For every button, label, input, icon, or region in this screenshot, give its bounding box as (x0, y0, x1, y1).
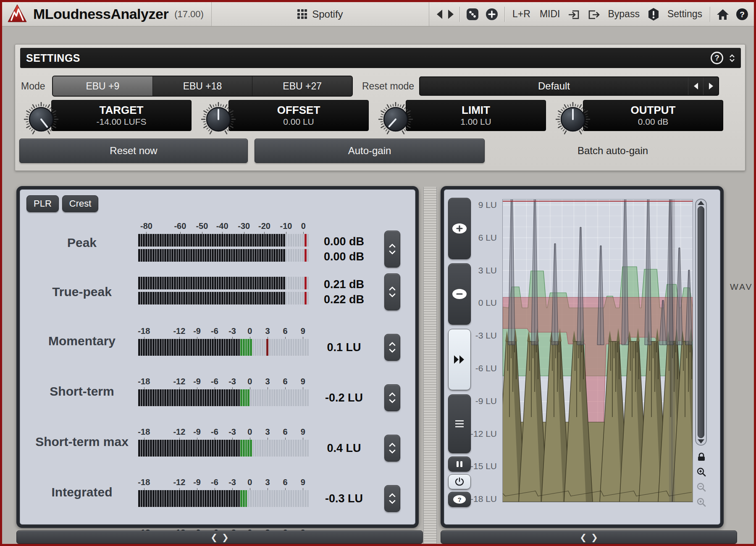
meter-spinner-peak[interactable] (384, 231, 400, 268)
export-settings-icon[interactable] (587, 8, 600, 21)
limit-knob[interactable] (375, 98, 416, 139)
meter-spinner-short-term-max[interactable] (384, 435, 400, 462)
target-title: TARGET (100, 104, 144, 116)
tab-crest[interactable]: Crest (62, 195, 99, 212)
add-preset-icon[interactable] (485, 8, 499, 21)
graph-help-button[interactable]: ? (448, 492, 471, 507)
meter-spinner-true-peak[interactable] (384, 273, 400, 310)
settings-panel-header: SETTINGS ? (20, 48, 741, 68)
app-title: MLoudnessAnalyzer (33, 6, 168, 22)
scroll-right-icon[interactable]: ❯ (222, 533, 229, 541)
mode-ebu18[interactable]: EBU +18 (153, 76, 253, 96)
y-label: 0 LU (478, 298, 497, 308)
meter-bar (138, 490, 309, 507)
meter-scale: -18-12-9-6-30369 (138, 478, 309, 490)
panel-divider[interactable] (423, 187, 437, 544)
meter-spinner-momentary[interactable] (384, 334, 400, 361)
graph-y-axis-labels: 9 LU6 LU3 LU0 LU-3 LU-6 LU-9 LU-12 LU-15… (469, 200, 499, 502)
mode-ebu9[interactable]: EBU +9 (53, 76, 153, 96)
scroll-up-icon[interactable] (698, 201, 704, 205)
graph-menu-button[interactable] (448, 394, 471, 453)
meter-scale: -80-60-50-40-30-20-100 (138, 221, 309, 234)
right-horizontal-scrollbar[interactable]: ❮❯ (441, 530, 737, 544)
reset-mode-prev-icon[interactable] (688, 77, 703, 95)
midi-button[interactable]: MIDI (538, 7, 562, 21)
y-label: -3 LU (475, 331, 497, 341)
offset-display: OFFSET 0.00 LU (228, 100, 369, 131)
reset-now-button[interactable]: Reset now (19, 139, 248, 163)
meter-row-short-term-max: Short-term max-18-12-9-6-303690.4 LU (26, 422, 410, 462)
title-group: MLoudnessAnalyzer (17.00) (7, 4, 204, 25)
settings-panel: SETTINGS ? Mode EBU +9 EBU +18 EBU +27 R… (15, 44, 746, 171)
output-knob[interactable] (553, 98, 593, 139)
y-label: 3 LU (478, 265, 497, 276)
mode-ebu27[interactable]: EBU +27 (252, 76, 352, 96)
reset-mode-label: Reset mode (362, 81, 414, 92)
meter-values-true-peak: 0.21 dB0.22 dB (309, 278, 379, 306)
graph-follow-button[interactable] (448, 329, 471, 390)
channel-mode-button[interactable]: L+R (511, 7, 532, 21)
graph-zoom-out-button[interactable] (448, 263, 471, 325)
mode-segmented-control: EBU +9 EBU +18 EBU +27 (52, 76, 353, 97)
meter-scale: -18-12-9-6-30369 (138, 326, 309, 339)
separator (504, 7, 505, 22)
scroll-down-icon[interactable] (698, 439, 704, 444)
graph-power-button[interactable] (448, 474, 471, 489)
mode-label: Mode (21, 81, 45, 92)
help-icon[interactable]: ? (735, 8, 749, 21)
scroll-right-icon[interactable]: ❯ (591, 533, 598, 541)
auto-gain-button[interactable]: Auto-gain (255, 139, 485, 163)
random-preset-icon[interactable] (466, 8, 479, 21)
offset-title: OFFSET (277, 104, 320, 116)
graph-pause-button[interactable] (448, 457, 471, 472)
preset-grid-icon (297, 9, 307, 19)
bypass-button[interactable]: Bypass (606, 7, 641, 21)
meter-bar (138, 389, 309, 406)
reset-mode-next-icon[interactable] (703, 77, 718, 95)
loudness-graph[interactable] (503, 200, 693, 502)
offset-knob[interactable] (198, 98, 239, 139)
reset-mode-dropdown[interactable]: Default (419, 76, 719, 96)
meter-bar (138, 234, 309, 247)
zoom-in-icon[interactable] (696, 466, 707, 478)
y-label: 9 LU (478, 200, 497, 210)
separator (459, 7, 460, 22)
preset-button[interactable]: Spotify (286, 5, 354, 24)
toolbar-right: L+R MIDI Bypass Settings ? (437, 7, 749, 22)
meter-label-integrated: Integrated (26, 485, 138, 499)
meter-bar (138, 440, 309, 457)
batch-auto-gain-button[interactable]: Batch auto-gain (494, 139, 732, 163)
y-label: -18 LU (470, 494, 497, 504)
graph-zoom-in-button[interactable] (448, 198, 471, 259)
meter-rows: Peak-80-60-50-40-30-20-1000.00 dB0.00 dB… (26, 216, 410, 546)
meter-row-momentary: Momentary-18-12-9-6-303690.1 LU (26, 321, 410, 361)
graph-vertical-scrollbar[interactable] (695, 199, 707, 446)
home-icon[interactable] (716, 8, 730, 21)
meter-values-short-term: -0.2 LU (309, 389, 379, 406)
import-settings-icon[interactable] (567, 8, 581, 21)
zoom-reset-icon[interactable] (696, 496, 707, 509)
preset-zone: Spotify (211, 2, 429, 26)
meter-row-true-peak: True-peak0.21 dB0.22 dB (26, 273, 410, 310)
meter-bar (138, 249, 309, 262)
previous-preset-icon[interactable] (437, 10, 442, 19)
meter-spinner-short-term[interactable] (384, 384, 400, 411)
scroll-left-icon[interactable]: ❮ (210, 533, 218, 541)
lock-icon[interactable] (696, 451, 707, 463)
panel-collapse-icon[interactable] (729, 54, 735, 62)
scrollbar-thumb[interactable] (698, 206, 704, 438)
zoom-out-icon[interactable] (696, 481, 707, 494)
meter-values-momentary: 0.1 LU (309, 339, 379, 356)
y-label: -6 LU (475, 363, 497, 373)
target-knob[interactable] (21, 98, 61, 139)
left-horizontal-scrollbar[interactable]: ❮❯ (16, 530, 423, 544)
tab-plr[interactable]: PLR (26, 195, 59, 212)
scroll-left-icon[interactable]: ❮ (580, 533, 587, 541)
next-preset-icon[interactable] (448, 10, 454, 19)
alert-icon[interactable] (647, 8, 660, 21)
panel-help-icon[interactable]: ? (711, 52, 723, 64)
meter-spinner-integrated[interactable] (384, 485, 400, 512)
settings-button[interactable]: Settings (666, 7, 704, 21)
svg-text:?: ? (740, 10, 745, 19)
meter-scale: -18-12-9-6-30369 (138, 427, 309, 440)
